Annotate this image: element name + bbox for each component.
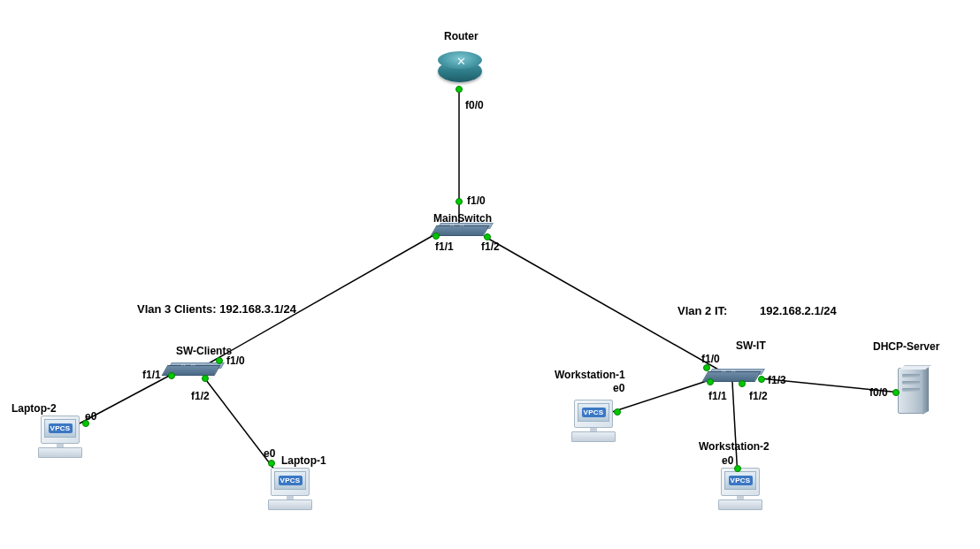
sw-clients-label: SW-Clients <box>176 345 232 357</box>
status-dot <box>614 408 621 416</box>
vlan-clients-label: Vlan 3 Clients: 192.168.3.1/24 <box>137 302 296 316</box>
port-label: e0 <box>722 454 733 467</box>
status-dot <box>892 389 900 396</box>
port-label: f1/3 <box>768 374 786 386</box>
connection-lines <box>0 0 980 549</box>
status-dot <box>707 378 714 385</box>
vlan-it-label-b: 192.168.2.1/24 <box>760 304 837 317</box>
vpcs-badge: VPCS <box>279 476 302 485</box>
router-device[interactable]: ✕ <box>438 60 482 82</box>
sw-it-label: SW-IT <box>736 339 766 352</box>
workstation-1-device[interactable]: VPCS <box>571 400 616 444</box>
port-label: f1/1 <box>435 240 454 253</box>
vlan-it-label-a: Vlan 2 IT: <box>678 304 727 317</box>
status-dot <box>758 376 765 383</box>
status-dot <box>734 465 741 472</box>
status-dot <box>703 364 710 371</box>
status-dot <box>739 380 746 387</box>
port-label: f1/2 <box>191 390 210 402</box>
vpcs-badge: VPCS <box>729 476 753 485</box>
dhcp-server-label: DHCP-Server <box>873 340 939 353</box>
network-topology-canvas: ✕ Router f0/0 ↔ ↔ MainSwitch f1/0 f1/1 f… <box>0 0 980 549</box>
vpcs-badge: VPCS <box>49 423 73 433</box>
mainswitch-label: MainSwitch <box>433 212 492 225</box>
status-dot <box>216 357 223 364</box>
router-label: Router <box>444 30 479 42</box>
laptop-2-device[interactable]: VPCS <box>38 416 82 460</box>
status-dot <box>433 233 440 240</box>
status-dot <box>456 198 463 205</box>
status-dot <box>484 233 491 240</box>
status-dot <box>168 372 175 379</box>
port-label: f0/0 <box>465 99 484 111</box>
status-dot <box>268 460 275 467</box>
port-label: f0/0 <box>869 386 888 399</box>
mainswitch-device[interactable]: ↔ ↔ <box>433 225 486 240</box>
laptop-1-label: Laptop-1 <box>281 454 326 467</box>
status-dot <box>202 375 209 382</box>
workstation-2-label: Workstation-2 <box>699 440 769 453</box>
port-label: e0 <box>264 447 275 460</box>
laptop-2-label: Laptop-2 <box>11 402 57 415</box>
svg-line-1 <box>203 234 435 367</box>
dhcp-server-device[interactable] <box>898 368 930 416</box>
port-label: f1/0 <box>226 355 245 367</box>
port-label: e0 <box>613 382 624 394</box>
port-label: f1/2 <box>481 240 500 253</box>
port-label: f1/1 <box>142 369 161 381</box>
vpcs-badge: VPCS <box>582 408 606 417</box>
port-label: f1/0 <box>467 194 486 207</box>
port-label: e0 <box>85 410 96 423</box>
port-label: f1/1 <box>708 390 727 402</box>
laptop-1-device[interactable]: VPCS <box>268 468 312 512</box>
workstation-2-device[interactable]: VPCS <box>718 468 762 512</box>
workstation-1-label: Workstation-1 <box>555 369 625 381</box>
port-label: f1/0 <box>701 353 720 365</box>
port-label: f1/2 <box>749 390 768 402</box>
status-dot <box>456 86 463 93</box>
